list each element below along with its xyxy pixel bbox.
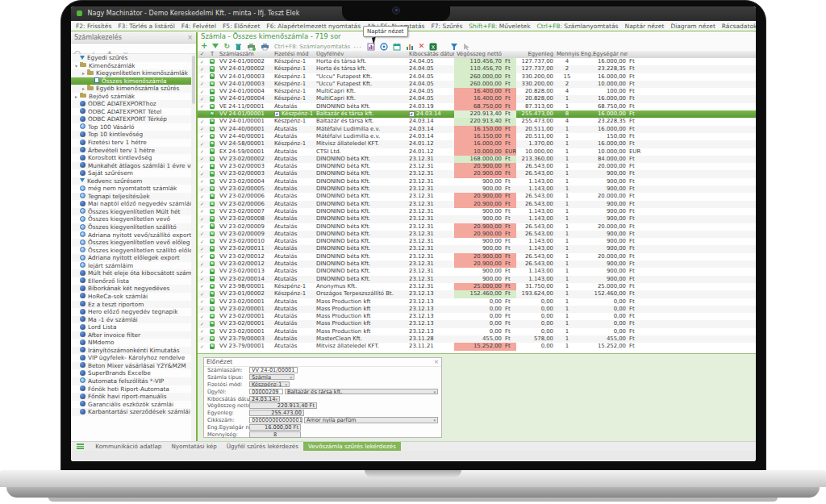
sidebar-item[interactable]: ▸Bejövő számlák bbox=[71, 93, 191, 101]
table-row[interactable]: ✓NVV 23-02/00009ÁtutalásDINONINO béta Kf… bbox=[198, 223, 756, 231]
row-checkbox[interactable]: ✓ bbox=[200, 314, 204, 319]
table-row[interactable]: ✓NVV 23-02/00001ÁtutalásMass Production … bbox=[198, 298, 756, 306]
menu-item[interactable]: F4: Felvétel bbox=[181, 23, 216, 30]
sidebar-item[interactable]: Főnök havi riport-manuális bbox=[71, 393, 191, 401]
table-header-cell[interactable] bbox=[628, 51, 641, 58]
table-row[interactable]: ✓NVV 23-79/00001ÁtutalásMitvisz állatele… bbox=[198, 343, 756, 350]
sidebar-item[interactable]: Irányítószámonkénti Kimutatás bbox=[71, 347, 191, 355]
row-checkbox[interactable]: ✓ bbox=[200, 149, 204, 153]
table-row[interactable]: ✓NVV 24-01/00002Készpénz-1Horta és társa… bbox=[198, 58, 756, 65]
table-row[interactable]: ✓NVV 23-02/00007ÁtutalásDINONINO béta Kf… bbox=[198, 208, 756, 215]
row-checkbox[interactable]: ✓ bbox=[200, 81, 204, 85]
menu-item[interactable]: F6: Alapértelmezett nyomtatás bbox=[266, 23, 361, 30]
chevron-down-icon[interactable]: ▾ bbox=[275, 397, 277, 402]
row-checkbox[interactable]: ✓ bbox=[200, 104, 204, 108]
row-checkbox[interactable]: ✓ bbox=[200, 344, 204, 348]
sidebar-item[interactable]: Tegnapi teljesítésűek bbox=[71, 193, 191, 201]
row-checkbox[interactable]: ✓ bbox=[200, 231, 204, 235]
sidebar-item[interactable]: After invoice filter bbox=[71, 331, 191, 339]
preview-select[interactable]: ▾24.03.14 bbox=[249, 396, 280, 402]
row-checkbox[interactable]: ✓ bbox=[200, 269, 204, 273]
sidebar-item[interactable]: Adriana nyitott vevő/szállító export bbox=[71, 231, 191, 240]
row-checkbox[interactable]: ✓ bbox=[200, 299, 204, 303]
edit-handle-icon[interactable]: ◢ bbox=[274, 111, 280, 117]
sidebar-item[interactable]: Garanciális eszközök számlái bbox=[71, 401, 191, 409]
sidebar-item[interactable]: ODBC ADATEXPORT Térkép bbox=[71, 115, 191, 123]
add-icon[interactable]: + bbox=[201, 41, 207, 51]
more-button[interactable]: ... bbox=[353, 41, 362, 51]
sidebar-item[interactable]: Múlt hét eleje óta kibocsátott számlák bbox=[71, 269, 191, 277]
table-row[interactable]: ✓NVV 24-01/00003Készpénz-1"Uccu" Futapes… bbox=[198, 73, 756, 81]
menu-item[interactable]: Ctrl+F8: Számlanyomtatás bbox=[537, 23, 619, 30]
preview-input[interactable]: VV 24-01/00001 bbox=[249, 367, 298, 373]
table-header-cell[interactable]: T bbox=[206, 51, 218, 58]
calendar-icon[interactable] bbox=[393, 41, 401, 51]
table-header-cell[interactable]: Számlaszám bbox=[218, 51, 273, 58]
sidebar-item[interactable]: ▸Kiegyenlítetlen kimenőszámlák bbox=[71, 69, 191, 77]
sidebar-item[interactable]: Főnök heti Riport-Automata bbox=[71, 385, 191, 394]
row-checkbox[interactable]: ✓ bbox=[200, 194, 204, 198]
sidebar-item[interactable]: VIP ügyfelek- Károlyhoz rendelve bbox=[71, 354, 191, 362]
table-row[interactable]: ✓NVE 24-11/00001ÁtutalásDINONINO béta Kf… bbox=[198, 103, 756, 110]
row-checkbox[interactable]: ✓ bbox=[200, 156, 204, 160]
menu-hamburger-icon[interactable] bbox=[77, 444, 84, 449]
chevron-down-icon[interactable]: ▾ bbox=[433, 389, 436, 395]
row-checkbox[interactable]: ✓ bbox=[200, 277, 204, 281]
sidebar-item[interactable]: Saját szűrésem bbox=[71, 169, 191, 177]
table-header-cell[interactable]: Kibocsátás dátuma bbox=[407, 51, 454, 58]
row-checkbox[interactable]: ✓ bbox=[200, 329, 204, 333]
table-header-cell[interactable]: Eng.Egységár nettó bbox=[579, 51, 628, 58]
refresh-icon[interactable]: ↻ bbox=[223, 41, 230, 51]
table-row[interactable]: ✓NVV 23-02/00006ÁtutalásDINONINO béta Kf… bbox=[198, 201, 756, 208]
preview-input[interactable]: 00000209 bbox=[249, 389, 283, 395]
table-row[interactable]: ✓NVV 23-02/00001ÁtutalásMass Production … bbox=[198, 320, 756, 327]
sidebar-item[interactable]: Kedvenc szűrésem bbox=[71, 177, 191, 185]
menu-item[interactable]: F2: Frissítés bbox=[76, 23, 111, 30]
edit-handle-icon[interactable]: ◢ bbox=[409, 111, 415, 117]
table-row[interactable]: ✓NVV 23-02/00003ÁtutalásDINONINO béta Kf… bbox=[198, 163, 756, 170]
row-checkbox[interactable]: ✓ bbox=[200, 292, 204, 296]
table-row[interactable]: ✓NVV 23-02/00013ÁtutalásDINONINO béta Kf… bbox=[198, 268, 756, 275]
table-row[interactable]: ✓NEX 24-59/00001ÁtutalásCTSI Ltd.24.01.1… bbox=[198, 148, 756, 156]
chevron-down-icon[interactable]: ▾ bbox=[285, 382, 287, 388]
sidebar-item[interactable]: Összes kiegyenlítetlen szállító bbox=[71, 223, 191, 231]
row-checkbox[interactable]: ✓ bbox=[200, 172, 204, 176]
preview-select[interactable]: ▾Számla bbox=[249, 374, 294, 381]
row-checkbox[interactable]: ✓ bbox=[200, 67, 204, 71]
table-header-cell[interactable]: Mennyiség bbox=[555, 51, 579, 58]
sidebar-item[interactable]: Összes kiegyenlítetlen vevő előleg bbox=[71, 239, 191, 247]
table-row[interactable]: ✓NVV 24-58/00001Készpénz-1Mitvisz állate… bbox=[198, 140, 756, 148]
target-icon[interactable] bbox=[380, 41, 388, 51]
menu-item[interactable]: Shift+F8: Műveletek bbox=[469, 23, 530, 30]
table-row[interactable]: ✓NVV 23-98/00001Készpénz-1Anonymus Kft.2… bbox=[198, 283, 756, 290]
row-checkbox[interactable]: ✓ bbox=[200, 284, 204, 288]
pointer-icon[interactable] bbox=[463, 41, 470, 51]
sidebar-item[interactable]: Összes kimenőszámla bbox=[71, 77, 191, 85]
chevron-down-icon[interactable]: ▾ bbox=[433, 418, 436, 423]
row-checkbox[interactable]: ✓ bbox=[200, 254, 204, 258]
row-checkbox[interactable]: ✓ bbox=[200, 202, 204, 206]
sidebar-item[interactable]: Összes kiegyenlítetlen szállító előleg bbox=[71, 247, 191, 255]
row-checkbox[interactable]: ✓ bbox=[200, 119, 204, 123]
table-row[interactable]: ✓NVV 24-40/00001ÁtutalásMátéfalvi Ludimi… bbox=[198, 126, 756, 133]
table-row[interactable]: ✓NVV 23-02/00005ÁtutalásDINONINO béta Kf… bbox=[198, 185, 756, 193]
table-header-cell[interactable] bbox=[503, 51, 516, 58]
table-row[interactable]: ✓NVV 23-02/00001ÁtutalásMass Production … bbox=[198, 313, 756, 320]
table-header-cell[interactable]: Fizetési mód bbox=[273, 51, 315, 58]
column-filter-icon[interactable] bbox=[450, 41, 458, 51]
preview-select[interactable]: ▾Ámor nyila parfüm bbox=[304, 417, 438, 423]
row-checkbox[interactable]: ✓ bbox=[200, 97, 204, 101]
table-row[interactable]: ✓NVV 24-01/00001◢Készpénz-1Baltazár és t… bbox=[198, 110, 756, 118]
table-header-cell[interactable] bbox=[641, 51, 756, 58]
sidebar-item[interactable]: Ez a teszt riportom bbox=[71, 301, 191, 309]
filter-icon[interactable] bbox=[212, 41, 219, 51]
sidebar-item[interactable]: Ellenőrző lista bbox=[71, 277, 191, 285]
table-row[interactable]: ✓NVV 23-02/00006ÁtutalásDINONINO béta Kf… bbox=[198, 193, 756, 200]
menu-item[interactable]: Rácsadatok excelbe bbox=[722, 23, 756, 30]
sidebar-item[interactable]: SuperBrands Excelbe bbox=[71, 369, 191, 377]
table-row[interactable]: ✓NVV 24-01/00002Készpénz-1Horta és társa… bbox=[198, 65, 756, 73]
row-checkbox[interactable]: ✓ bbox=[200, 142, 204, 146]
row-checkbox[interactable]: ✓ bbox=[200, 247, 204, 251]
sidebar-item[interactable]: HoReCa-sok számlái bbox=[71, 293, 191, 301]
row-checkbox[interactable]: ✓ bbox=[200, 209, 204, 213]
